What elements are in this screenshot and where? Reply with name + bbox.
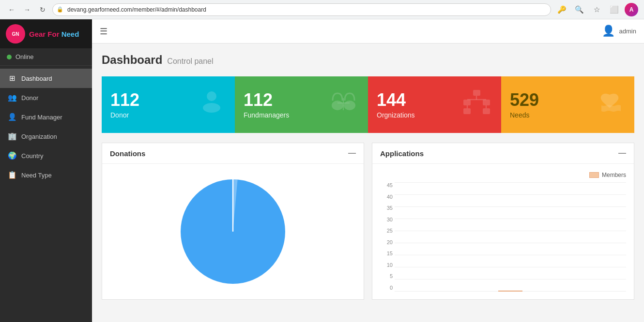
- sidebar-logo: GN Gear For Need: [0, 19, 92, 48]
- pie-chart-container: [110, 172, 356, 292]
- donations-chart-body: [102, 164, 364, 299]
- sidebar-item-fund-manager[interactable]: 👤 Fund Manager: [0, 107, 92, 127]
- needs-stat-icon: [594, 86, 626, 123]
- y-label-20: 20: [387, 239, 393, 245]
- bar-chart-container: Members 45 40 35 30 25 20 1: [380, 172, 626, 292]
- svg-point-2: [332, 101, 343, 110]
- stat-card-fundmanager: 112 Fundmanagers: [235, 76, 368, 133]
- forward-button[interactable]: →: [21, 4, 33, 15]
- online-status: Online: [0, 48, 92, 66]
- sidebar-item-label: Organization: [21, 133, 57, 140]
- user-label: admin: [619, 28, 636, 35]
- zoom-icon[interactable]: 🔍: [572, 3, 586, 16]
- stats-row: 112 Donor 112 Fundmanagers: [102, 76, 634, 133]
- back-button[interactable]: ←: [6, 4, 17, 15]
- logo-circle: GN: [6, 24, 25, 44]
- sidebar: GN Gear For Need Online ⊞ Dashboard 👥 Do…: [0, 19, 92, 322]
- stat-card-needs: 529 Needs: [501, 76, 634, 133]
- bar-group: [399, 291, 622, 292]
- donations-minimize-button[interactable]: —: [348, 149, 356, 158]
- stat-info: 529 Needs: [510, 90, 539, 119]
- y-label-5: 5: [390, 273, 393, 279]
- need-type-icon: 📋: [8, 171, 16, 179]
- top-bar: ☰ 👤 admin: [92, 19, 644, 44]
- organization-icon: 🏢: [8, 132, 16, 141]
- svg-rect-8: [483, 100, 490, 105]
- window-icon[interactable]: ⬜: [607, 3, 621, 16]
- app-container: GN Gear For Need Online ⊞ Dashboard 👥 Do…: [0, 19, 644, 322]
- sidebar-item-dashboard[interactable]: ⊞ Dashboard: [0, 69, 92, 88]
- y-label-30: 30: [387, 217, 393, 222]
- y-axis: 45 40 35 30 25 20 15 10 5 0: [380, 182, 395, 292]
- main-content: ☰ 👤 admin Dashboard Control panel 112 Do…: [92, 19, 644, 322]
- legend-swatch: [589, 172, 599, 178]
- bars-container: [395, 182, 626, 292]
- legend-label: Members: [602, 172, 626, 178]
- page-title: Dashboard: [102, 53, 162, 67]
- y-label-10: 10: [387, 262, 393, 268]
- donor-stat-icon: [197, 88, 226, 122]
- stat-label: Fundmanagers: [244, 111, 289, 119]
- logo-text: Gear For Need: [29, 30, 79, 38]
- sidebar-item-label: Country: [21, 152, 44, 160]
- stat-number: 112: [244, 90, 289, 110]
- page-subtitle: Control panel: [167, 57, 213, 66]
- applications-chart-title: Applications: [380, 149, 424, 158]
- svg-rect-6: [473, 90, 480, 96]
- bar-members: [498, 291, 522, 292]
- sidebar-item-need-type[interactable]: 📋 Need Type: [0, 165, 92, 185]
- stat-label: Orgnizations: [377, 111, 415, 119]
- svg-point-3: [344, 101, 355, 110]
- page-content: Dashboard Control panel 112 Donor: [92, 44, 644, 322]
- donations-chart-header: Donations —: [102, 143, 364, 164]
- applications-chart-card: Applications — Members 45: [372, 143, 634, 300]
- donations-chart-card: Donations —: [102, 143, 364, 300]
- page-header: Dashboard Control panel: [102, 53, 634, 67]
- star-icon[interactable]: ☆: [590, 3, 603, 16]
- online-dot: [7, 55, 12, 59]
- y-label-15: 15: [387, 250, 393, 256]
- svg-point-1: [203, 103, 220, 113]
- charts-row: Donations —: [102, 143, 634, 300]
- y-label-35: 35: [387, 205, 393, 211]
- stat-card-donor: 112 Donor: [102, 76, 235, 133]
- sidebar-nav: ⊞ Dashboard 👥 Donor 👤 Fund Manager 🏢 Org…: [0, 66, 92, 322]
- top-bar-right: 👤 admin: [602, 25, 636, 38]
- stat-label: Donor: [110, 111, 139, 119]
- y-label-25: 25: [387, 228, 393, 234]
- y-label-40: 40: [387, 194, 393, 200]
- bar-chart-legend: Members: [380, 172, 626, 182]
- sidebar-item-label: Fund Manager: [21, 114, 62, 121]
- applications-minimize-button[interactable]: —: [618, 149, 626, 158]
- stat-card-org: 144 Orgnizations: [368, 76, 501, 133]
- stat-info: 112 Donor: [110, 90, 139, 119]
- y-label-0: 0: [390, 285, 393, 291]
- profile-avatar[interactable]: A: [625, 3, 638, 16]
- bar-chart-area: 45 40 35 30 25 20 15 10 5 0: [380, 182, 626, 292]
- org-stat-icon: [461, 86, 492, 123]
- country-icon: 🌍: [8, 151, 16, 160]
- chart-plot: [395, 182, 626, 292]
- refresh-button[interactable]: ↻: [37, 4, 48, 15]
- url-bar[interactable]: 🔒 devang.gearforneed.com/member/#/admin/…: [52, 3, 551, 16]
- sidebar-item-donor[interactable]: 👥 Donor: [0, 88, 92, 107]
- stat-number: 112: [110, 90, 139, 110]
- stat-number: 144: [377, 90, 415, 110]
- url-text: devang.gearforneed.com/member/#/admin/da…: [67, 6, 206, 13]
- sidebar-item-organization[interactable]: 🏢 Organization: [0, 127, 92, 146]
- svg-rect-12: [463, 108, 471, 114]
- svg-point-0: [207, 91, 216, 101]
- stat-info: 144 Orgnizations: [377, 90, 415, 119]
- hamburger-button[interactable]: ☰: [100, 26, 107, 37]
- user-icon: 👤: [602, 25, 615, 38]
- browser-bar: ← → ↻ 🔒 devang.gearforneed.com/member/#/…: [0, 0, 644, 19]
- donor-icon: 👥: [8, 93, 16, 102]
- sidebar-item-country[interactable]: 🌍 Country: [0, 146, 92, 165]
- password-icon[interactable]: 🔑: [555, 3, 568, 16]
- applications-chart-header: Applications —: [372, 143, 634, 164]
- y-label-45: 45: [387, 182, 393, 188]
- secure-icon: 🔒: [57, 6, 63, 13]
- sidebar-item-label: Need Type: [21, 172, 52, 179]
- pie-chart-svg: [175, 174, 291, 290]
- svg-rect-7: [463, 100, 471, 105]
